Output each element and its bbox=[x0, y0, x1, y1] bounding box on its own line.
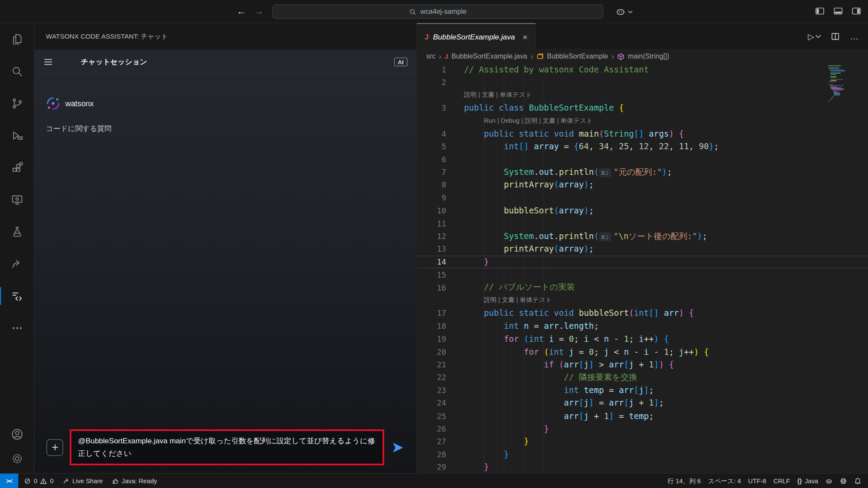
activitybar-run-debug[interactable] bbox=[0, 120, 34, 152]
code-row[interactable]: 15 bbox=[417, 269, 868, 282]
activitybar-account[interactable] bbox=[0, 422, 34, 446]
eol-sequence[interactable]: CRLF bbox=[773, 478, 790, 484]
activitybar-search[interactable] bbox=[0, 56, 34, 88]
send-button[interactable] bbox=[391, 440, 405, 455]
code-row[interactable]: 7 System.out.println(x:"元の配列:"); bbox=[417, 166, 868, 179]
code-row[interactable]: 4 public static void main(String[] args)… bbox=[417, 127, 868, 140]
split-editor-icon[interactable] bbox=[831, 32, 840, 41]
code-row[interactable]: 3public class BubbleSortExample { bbox=[417, 102, 868, 115]
editor-more-icon[interactable]: … bbox=[850, 32, 859, 42]
tab-bubblesortexample[interactable]: J BubbleSortExample.java × bbox=[417, 23, 536, 50]
codelens-links[interactable]: 説明 | 文書 | 単体テスト bbox=[464, 296, 552, 305]
breadcrumb-src[interactable]: src bbox=[426, 52, 435, 60]
code-line-text[interactable]: // バブルソートの実装 bbox=[464, 282, 575, 293]
code-row[interactable]: 11 bbox=[417, 217, 868, 230]
code-line-text[interactable]: printArray(array); bbox=[464, 180, 594, 190]
code-row[interactable]: 18 int n = arr.length; bbox=[417, 320, 868, 333]
tab-close-icon[interactable]: × bbox=[523, 32, 527, 42]
code-row[interactable]: 16 // バブルソートの実装 bbox=[417, 281, 868, 294]
code-row[interactable]: 20 for (int j = 0; j < n - i - 1; j++) { bbox=[417, 345, 868, 358]
cursor-position[interactable]: 行 14、列 6 bbox=[667, 477, 701, 485]
code-row[interactable]: 17 public static void bubbleSort(int[] a… bbox=[417, 307, 868, 320]
code-line-text[interactable]: public class BubbleSortExample { bbox=[464, 103, 624, 113]
code-row[interactable]: 5 int[] array = {64, 34, 25, 12, 22, 11,… bbox=[417, 140, 868, 153]
code-line-text[interactable]: bubbleSort(array); bbox=[464, 206, 594, 216]
code-line-text[interactable]: int[] array = {64, 34, 25, 12, 22, 11, 9… bbox=[464, 141, 719, 151]
code-line-text[interactable]: } bbox=[464, 449, 509, 459]
back-button[interactable]: ← bbox=[233, 4, 249, 19]
code-row[interactable]: 6 bbox=[417, 153, 868, 166]
codelens-row[interactable]: 説明 | 文書 | 単体テスト bbox=[417, 294, 868, 307]
toggle-sidebar-icon[interactable] bbox=[815, 6, 825, 16]
code-row[interactable]: 2 bbox=[417, 76, 868, 89]
indentation[interactable]: スペース: 4 bbox=[708, 477, 741, 485]
code-row[interactable]: 9 bbox=[417, 191, 868, 204]
forward-button[interactable]: → bbox=[251, 4, 267, 19]
code-row[interactable]: 24 arr[j] = arr[j + 1]; bbox=[417, 396, 868, 409]
toggle-panel-icon[interactable] bbox=[833, 6, 843, 16]
code-row[interactable]: 29 } bbox=[417, 461, 868, 473]
command-center-search[interactable]: wca4ej-sample bbox=[273, 4, 604, 19]
run-button[interactable]: ▷ bbox=[808, 32, 821, 42]
code-row[interactable]: 13 printArray(array); bbox=[417, 242, 868, 255]
codelens-links[interactable]: Run | Debug | 説明 | 文書 | 単体テスト bbox=[464, 117, 593, 125]
code-row[interactable]: 8 printArray(array); bbox=[417, 179, 868, 192]
activitybar-remote-explorer[interactable] bbox=[0, 183, 34, 216]
activitybar-extensions[interactable] bbox=[0, 151, 34, 183]
code-line-text[interactable]: } bbox=[464, 424, 549, 434]
code-row[interactable]: 19 for (int i = 0; i < n - 1; i++) { bbox=[417, 333, 868, 346]
code-line-text[interactable]: System.out.println(x:"\nソート後の配列:"); bbox=[464, 231, 707, 242]
code-line-text[interactable]: } bbox=[464, 436, 529, 446]
code-row[interactable]: 10 bubbleSort(array); bbox=[417, 204, 868, 217]
activitybar-testing[interactable] bbox=[0, 216, 34, 248]
language-mode[interactable]: {} Java bbox=[797, 478, 818, 484]
java-status[interactable]: Java: Ready bbox=[112, 477, 157, 485]
activitybar-watsonx-code-assistant[interactable] bbox=[0, 280, 34, 312]
remote-indicator[interactable]: >< bbox=[0, 474, 18, 488]
code-row[interactable]: 26 } bbox=[417, 422, 868, 436]
code-line-text[interactable]: } bbox=[464, 257, 489, 267]
activitybar-live-share[interactable] bbox=[0, 248, 34, 280]
breadcrumb-file[interactable]: BubbleSortExample.java bbox=[451, 52, 527, 60]
code-line-text[interactable]: int temp = arr[j]; bbox=[464, 385, 654, 395]
problems-indicator[interactable]: 0 0 bbox=[24, 477, 54, 485]
copilot-button[interactable] bbox=[615, 4, 633, 19]
hamburger-menu-icon[interactable] bbox=[43, 57, 53, 67]
live-share-status[interactable]: Live Share bbox=[62, 477, 103, 485]
codelens-row[interactable]: 説明 | 文書 | 単体テスト bbox=[417, 89, 868, 102]
code-editor[interactable]: 1// Assisted by watsonx Code Assistant2説… bbox=[417, 63, 868, 473]
code-line-text[interactable]: // 隣接要素を交換 bbox=[464, 372, 637, 383]
breadcrumb-class[interactable]: BubbleSortExample bbox=[547, 52, 608, 60]
code-line-text[interactable]: int n = arr.length; bbox=[464, 321, 599, 331]
code-row[interactable]: 28 } bbox=[417, 448, 868, 461]
breadcrumb-method[interactable]: main(String[]) bbox=[628, 52, 670, 60]
code-line-text[interactable]: public static void main(String[] args) { bbox=[464, 129, 684, 139]
run-dropdown-icon[interactable] bbox=[815, 34, 821, 39]
code-line-text[interactable]: for (int j = 0; j < n - i - 1; j++) { bbox=[464, 347, 709, 357]
code-row[interactable]: 23 int temp = arr[j]; bbox=[417, 384, 868, 397]
minimap[interactable] bbox=[828, 66, 852, 102]
bell-icon[interactable] bbox=[854, 477, 861, 485]
code-line-text[interactable]: arr[j] = arr[j + 1]; bbox=[464, 398, 664, 408]
activitybar-source-control[interactable] bbox=[0, 88, 34, 120]
code-line-text[interactable]: for (int i = 0; i < n - 1; i++) { bbox=[464, 334, 669, 344]
code-line-text[interactable]: public static void bubbleSort(int[] arr)… bbox=[464, 308, 694, 318]
activitybar-more-views[interactable] bbox=[0, 312, 34, 344]
codelens-row[interactable]: Run | Debug | 説明 | 文書 | 単体テスト bbox=[417, 115, 868, 128]
code-line-text[interactable]: System.out.println(x:"元の配列:"); bbox=[464, 167, 672, 177]
customize-layout-icon[interactable] bbox=[852, 6, 861, 16]
code-row[interactable]: 14 } bbox=[417, 255, 868, 269]
activitybar-explorer[interactable] bbox=[0, 23, 34, 56]
globe-icon[interactable] bbox=[840, 477, 847, 485]
code-line-text[interactable]: arr[j + 1] = temp; bbox=[464, 411, 654, 421]
code-row[interactable]: 12 System.out.println(x:"\nソート後の配列:"); bbox=[417, 230, 868, 243]
code-row[interactable]: 25 arr[j + 1] = temp; bbox=[417, 409, 868, 422]
code-line-text[interactable]: // Assisted by watsonx Code Assistant bbox=[464, 65, 649, 75]
code-line-text[interactable]: if (arr[j] > arr[j + 1]) { bbox=[464, 360, 674, 370]
encoding[interactable]: UTF-8 bbox=[748, 478, 766, 484]
code-row[interactable]: 22 // 隣接要素を交換 bbox=[417, 371, 868, 384]
code-row[interactable]: 27 } bbox=[417, 435, 868, 448]
code-row[interactable]: 21 if (arr[j] > arr[j + 1]) { bbox=[417, 358, 868, 371]
code-line-text[interactable]: } bbox=[464, 462, 489, 472]
code-line-text[interactable]: printArray(array); bbox=[464, 244, 594, 254]
